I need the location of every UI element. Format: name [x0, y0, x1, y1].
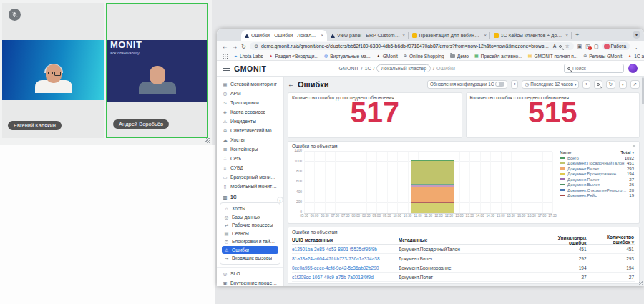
- bookmark-item[interactable]: ▲Раздел «Входящи...: [269, 54, 318, 59]
- sidebar-item[interactable]: ∴Сеть: [217, 154, 283, 163]
- bookmark-item[interactable]: ▤GMONIT полная п...: [528, 54, 577, 59]
- uuid-link[interactable]: e12501ba-2e85-4d53-8901-f5525df95f9b: [292, 247, 399, 252]
- table-row[interactable]: 0ce0a955-eeec-4efd-9a42-5c36ab92b290Доку…: [292, 263, 635, 273]
- table-row[interactable]: 81a33a24-a604-47fd-b723-736a1a374a38Доку…: [292, 254, 635, 263]
- tab-search-button[interactable]: ▾: [633, 31, 640, 39]
- sidebar-item[interactable]: ○Хосты: [220, 205, 280, 213]
- url-text[interactable]: demo.gmonit.ru/a/gmonit/one-c/clusters/b…: [261, 44, 550, 49]
- legend-series-name[interactable]: Документ.Рейс: [567, 193, 627, 197]
- sidebar-item[interactable]: ⊞Контейнеры: [217, 144, 283, 154]
- legend-total-header[interactable]: Total: [621, 150, 631, 155]
- bookmark-item[interactable]: ◍Виртуальные ма...: [324, 54, 371, 59]
- legend-series-name[interactable]: Всего: [567, 156, 623, 160]
- errors-by-object-table-panel[interactable]: Ошибки по объектам UUID метаданныхМетада…: [288, 227, 640, 284]
- legend-series-name[interactable]: Документ.Бронирование: [567, 172, 625, 176]
- browser-tab[interactable]: Ошибки - Ошибки - Локал...×: [241, 30, 327, 41]
- legend-series-name[interactable]: Документ.ПосадочныйТалон: [567, 161, 625, 165]
- breadcrumb-section[interactable]: 1С: [365, 66, 371, 71]
- tab-close-icon[interactable]: ×: [484, 33, 487, 38]
- sidebar-item[interactable]: ▭Браузерный мониторинг: [217, 172, 283, 182]
- back-icon[interactable]: ←: [222, 43, 228, 50]
- legend-name-header[interactable]: Name: [560, 150, 620, 155]
- table-row[interactable]: c1f209cc-1067-49c9-a75b-7a0013f0f9dДокум…: [292, 273, 635, 282]
- table-column-header[interactable]: Количество ошибок ▾: [591, 235, 635, 245]
- sidebar-item[interactable]: ◎Базы данных: [220, 213, 280, 222]
- participant-tile[interactable]: Евгений Калякин: [2, 3, 104, 138]
- errors-by-object-chart-panel[interactable]: Ошибки по объектам ≡ 0200400600800100012…: [288, 141, 640, 224]
- legend-row[interactable]: Документ.Бронирование194: [560, 172, 634, 176]
- profile-chip[interactable]: Работа: [602, 42, 630, 50]
- sidebar-item[interactable]: ◎APM: [217, 89, 283, 98]
- menu-icon[interactable]: [223, 67, 230, 71]
- extension-icon[interactable]: ▢: [594, 44, 599, 49]
- time-shift-forward-button[interactable]: ›: [582, 80, 590, 89]
- sidebar-item[interactable]: ◴Блокировки и таймауты: [220, 237, 280, 246]
- chart-plot-area[interactable]: 02004006008001000120005:3006:0006:3007:0…: [304, 152, 552, 214]
- browser-menu-icon[interactable]: ⋮: [633, 43, 639, 49]
- bookmark-item[interactable]: ▲1С агент ЖР в ре...: [628, 54, 644, 59]
- participant-tile-active[interactable]: MONIT ack observability Андрей Воробьёв: [106, 3, 208, 138]
- translate-icon[interactable]: A: [553, 44, 557, 49]
- bookmark-item[interactable]: ⊕Релизы GMonit: [583, 54, 622, 59]
- search-input[interactable]: [572, 66, 620, 71]
- uuid-link[interactable]: 0ce0a955-eeec-4efd-9a42-5c36ab92b290: [292, 265, 399, 270]
- table-column-header[interactable]: Уникальных ошибок: [540, 235, 591, 245]
- user-avatar[interactable]: [628, 64, 638, 73]
- forward-icon[interactable]: →: [232, 43, 238, 50]
- legend-row[interactable]: Документ.ОткрытиеРегистрации20: [560, 188, 634, 192]
- sidebar-item[interactable]: ⊕Синтетический мониторинг: [217, 126, 283, 135]
- sidebar-item[interactable]: ▯Мобильный мониторинг: [217, 182, 283, 191]
- apps-grid-icon[interactable]: [223, 54, 228, 59]
- new-tab-button[interactable]: +: [575, 31, 579, 39]
- sidebar-item[interactable]: ◎SLO: [217, 269, 283, 278]
- browser-tab[interactable]: View panel - ERP Custom D...×: [327, 30, 409, 41]
- share-button[interactable]: ↗: [630, 80, 640, 89]
- table-row[interactable]: e12501ba-2e85-4d53-8901-f5525df95f9bДоку…: [292, 245, 635, 254]
- tab-close-icon[interactable]: ×: [565, 33, 568, 38]
- extension-icon-badged[interactable]: ◳1: [585, 44, 590, 49]
- table-column-header[interactable]: UUID метаданных: [292, 237, 399, 242]
- legend-row[interactable]: Документ.Билет293: [560, 167, 634, 171]
- time-shift-back-button[interactable]: ‹: [511, 80, 518, 89]
- zoom-out-button[interactable]: [594, 80, 602, 89]
- sidebar-item[interactable]: ▣Внутренние процессы: [217, 278, 283, 287]
- window-resize-handle[interactable]: [638, 281, 643, 285]
- bookmark-star-icon[interactable]: ☆: [565, 44, 569, 49]
- config-updates-toggle[interactable]: Обновления конфигурации 1С: [427, 80, 507, 89]
- stat-panel-errors-before-update[interactable]: Количество ошибок до последнего обновлен…: [288, 92, 462, 138]
- uuid-link[interactable]: c1f209cc-1067-49c9-a75b-7a0013f0f9d: [292, 275, 399, 280]
- zoom-icon[interactable]: [559, 45, 562, 48]
- refresh-icon[interactable]: ↻: [241, 43, 246, 50]
- bookmark-item[interactable]: ☁Lhota Labs: [233, 54, 263, 59]
- legend-series-name[interactable]: Документ.Полет: [567, 177, 627, 182]
- sidebar-item[interactable]: ⚠Ошибки: [222, 246, 278, 255]
- sidebar-item[interactable]: ⇄Рабочие процессы: [220, 221, 280, 230]
- panel-menu-icon[interactable]: ≡: [633, 144, 635, 149]
- sidebar-item[interactable]: ☁Хосты: [217, 135, 283, 144]
- legend-series-name[interactable]: Документ.ОткрытиеРегистрации: [567, 188, 627, 192]
- sidebar-item[interactable]: ⇥Входящие вызовы: [220, 254, 280, 263]
- legend-series-name[interactable]: Документ.Билет: [567, 167, 625, 171]
- sidebar-item[interactable]: ▦Сетевой мониторинг: [217, 79, 283, 89]
- extension-icon[interactable]: ▣: [577, 44, 582, 49]
- sidebar-item[interactable]: ≡СУБД: [217, 163, 283, 172]
- site-settings-icon[interactable]: ⚙: [254, 44, 258, 49]
- browser-tab[interactable]: Презентация для вебинар...×: [409, 30, 490, 41]
- legend-row[interactable]: Документ.Вылет26: [560, 182, 634, 187]
- stat-panel-errors-since-update[interactable]: Количество ошибок с последнего обновлени…: [466, 92, 640, 138]
- sidebar-item[interactable]: ◈Карта сервисов: [217, 107, 283, 117]
- app-search[interactable]: [564, 64, 624, 73]
- tab-close-icon[interactable]: ×: [321, 33, 323, 38]
- legend-row[interactable]: Документ.Полет27: [560, 177, 634, 182]
- breadcrumb-cluster-chip[interactable]: Локальный кластер: [376, 64, 431, 72]
- bookmark-item[interactable]: Демо: [450, 54, 469, 59]
- resize-handle[interactable]: [205, 138, 210, 143]
- time-range-picker[interactable]: ◷ Последние 12 часов ▾: [522, 80, 579, 89]
- refresh-button[interactable]: ↻: [606, 80, 615, 89]
- sidebar-section-1c[interactable]: ▥ 1С: [217, 192, 283, 202]
- legend-row[interactable]: Документ.Рейс19: [560, 193, 634, 197]
- bookmark-item[interactable]: ▲GMonit: [376, 54, 398, 59]
- app-logo[interactable]: GMONIT: [234, 64, 267, 73]
- table-column-header[interactable]: Метаданные: [399, 237, 540, 242]
- legend-series-name[interactable]: Документ.Вылет: [567, 182, 627, 187]
